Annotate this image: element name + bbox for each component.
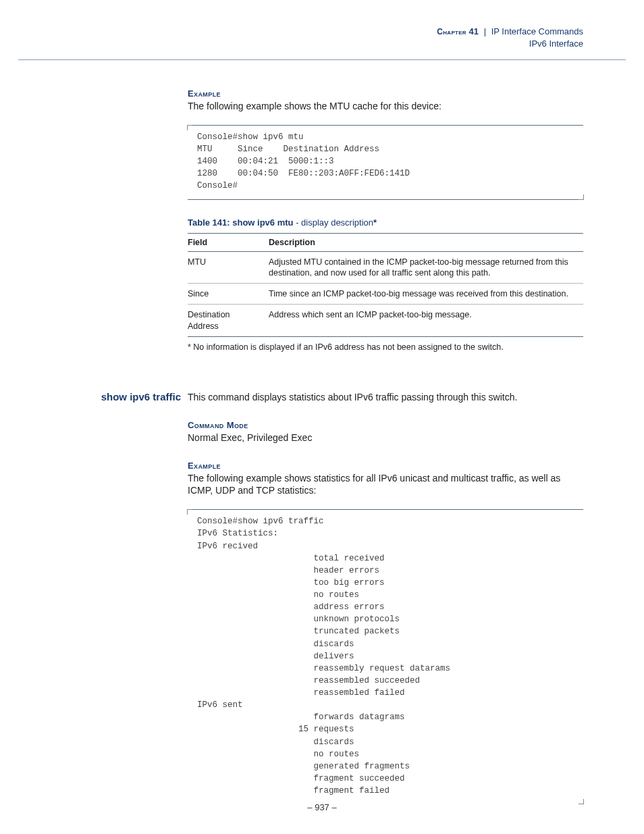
page-header: Chapter 41 | IP Interface Commands IPv6 … bbox=[437, 26, 583, 50]
page-number: – 937 – bbox=[0, 802, 644, 812]
example-heading-1: Example bbox=[188, 88, 583, 99]
table-header-desc: Description bbox=[269, 233, 583, 251]
code-block-1: Console#show ipv6 mtu MTU Since Destinat… bbox=[188, 125, 583, 200]
table-title-rest: - display description bbox=[294, 217, 374, 228]
chapter-number: 41 bbox=[469, 26, 479, 36]
table-cell-field: Since bbox=[188, 284, 269, 305]
table-141-title: Table 141: show ipv6 mtu - display descr… bbox=[188, 217, 583, 228]
header-divider: | bbox=[481, 26, 489, 36]
table-141-footnote: * No information is displayed if an IPv6… bbox=[188, 342, 583, 352]
table-cell-desc: Address which sent an ICMP packet-too-bi… bbox=[269, 305, 583, 337]
code-block-2: Console#show ipv6 traffic IPv6 Statistic… bbox=[188, 509, 583, 804]
command-mode-text: Normal Exec, Privileged Exec bbox=[188, 432, 583, 444]
command-mode-heading: Command Mode bbox=[188, 420, 583, 430]
table-row: MTU Adjusted MTU contained in the ICMP p… bbox=[188, 251, 583, 284]
example-text-2: The following example shows statistics f… bbox=[188, 472, 583, 498]
table-cell-field: Destination Address bbox=[188, 305, 269, 337]
example-text-1: The following example shows the MTU cach… bbox=[188, 100, 583, 113]
command-name: show ipv6 traffic bbox=[80, 391, 181, 402]
table-title-asterisk: * bbox=[373, 217, 377, 228]
table-row: Destination Address Address which sent a… bbox=[188, 305, 583, 337]
command-description: This command displays statistics about I… bbox=[188, 391, 583, 404]
table-141: Field Description MTU Adjusted MTU conta… bbox=[188, 233, 583, 337]
table-cell-desc: Adjusted MTU contained in the ICMP packe… bbox=[269, 251, 583, 284]
table-cell-field: MTU bbox=[188, 251, 269, 284]
table-cell-desc: Time since an ICMP packet-too-big messag… bbox=[269, 284, 583, 305]
section-title: IP Interface Commands bbox=[491, 26, 583, 36]
table-row: Since Time since an ICMP packet-too-big … bbox=[188, 284, 583, 305]
table-title-bold: Table 141: show ipv6 mtu bbox=[188, 217, 294, 228]
chapter-label: Chapter bbox=[437, 27, 466, 36]
example-heading-2: Example bbox=[188, 461, 583, 471]
subsection-title: IPv6 Interface bbox=[437, 38, 583, 50]
table-header-field: Field bbox=[188, 233, 269, 251]
